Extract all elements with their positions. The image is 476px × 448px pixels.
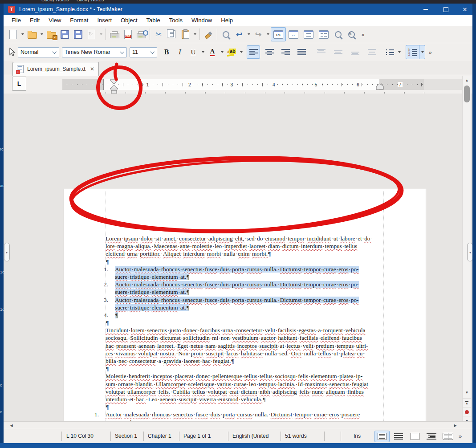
- menu-item-insert[interactable]: Insert: [93, 15, 116, 26]
- menu-item-help[interactable]: Help: [216, 15, 237, 26]
- align-center-icon: [265, 49, 274, 56]
- scroll-right-icon[interactable]: ▶: [451, 422, 460, 429]
- outline-view-button[interactable]: [424, 431, 439, 442]
- toolbar-overflow-button[interactable]: »: [358, 28, 368, 41]
- highlight-dropdown[interactable]: [238, 45, 244, 59]
- scroll-down-icon[interactable]: ▼: [463, 389, 471, 396]
- underline-button[interactable]: U: [187, 45, 200, 59]
- numbered-list-button[interactable]: [406, 45, 419, 59]
- menu-item-file[interactable]: File: [7, 15, 25, 26]
- menu-item-object[interactable]: Object: [116, 15, 142, 26]
- one-page-button[interactable]: [301, 28, 316, 41]
- bullet-list-button[interactable]: [383, 45, 396, 59]
- left-panel-handle[interactable]: ▸: [4, 243, 10, 261]
- paragraph-style-select[interactable]: Normal: [18, 47, 59, 57]
- book-view-button[interactable]: [440, 431, 456, 442]
- chevron-down-icon: [202, 51, 204, 53]
- status-word-count[interactable]: 51 words: [285, 433, 307, 439]
- paste-dropdown[interactable]: [192, 28, 198, 41]
- cut-button[interactable]: ✂: [152, 28, 165, 41]
- ruler-inch-label: 4: [271, 82, 277, 87]
- minimize-icon: [423, 9, 428, 10]
- fullscreen-view-button[interactable]: [407, 431, 423, 442]
- right-panel-handle[interactable]: ◂: [467, 243, 472, 261]
- bullet-list-dropdown[interactable]: [396, 45, 402, 59]
- new-document-dropdown[interactable]: [20, 28, 25, 41]
- scroll-left-icon[interactable]: ◀: [7, 422, 16, 429]
- format-paintbrush-button[interactable]: [202, 28, 215, 41]
- status-language[interactable]: English (United: [232, 433, 269, 439]
- redo-dropdown[interactable]: [265, 28, 271, 41]
- list-item-line: 1.Auctor·malesuada·rhoncus·senectus·fusc…: [106, 411, 391, 418]
- print-preview-button[interactable]: [134, 28, 148, 41]
- paragraph-line: eleifend·urna·porttitor.·Aliquet·interdu…: [106, 250, 391, 257]
- menu-item-format[interactable]: Format: [65, 15, 93, 26]
- paste-button[interactable]: [179, 28, 192, 41]
- zoom-button[interactable]: [331, 28, 345, 41]
- save-all-button[interactable]: [71, 28, 85, 41]
- highlight-button[interactable]: ab: [225, 45, 238, 59]
- status-insert-mode[interactable]: Ins: [354, 433, 361, 439]
- export-pdf-button[interactable]: [121, 28, 134, 41]
- menu-item-tools[interactable]: Tools: [165, 15, 187, 26]
- bold-button[interactable]: B: [160, 45, 173, 59]
- status-page[interactable]: Page 1 of 1: [183, 433, 211, 439]
- redo-button[interactable]: ↪: [252, 28, 265, 41]
- menu-item-edit[interactable]: Edit: [25, 15, 44, 26]
- document-tab[interactable]: Lorem_ipsum_Sample.d... ✕: [12, 62, 99, 76]
- underline-dropdown[interactable]: [200, 45, 206, 59]
- undo-dropdown[interactable]: [246, 28, 252, 41]
- zoom-100-button[interactable]: 1:1: [271, 27, 286, 41]
- minimize-button[interactable]: [418, 4, 433, 15]
- open-button[interactable]: [25, 28, 39, 41]
- close-button[interactable]: ✕: [457, 4, 472, 15]
- chevron-down-icon: [398, 51, 401, 53]
- new-document-button[interactable]: [6, 28, 20, 41]
- empty-paragraph: ¶: [106, 403, 391, 411]
- underline-icon: U: [191, 49, 196, 56]
- open-dropdown[interactable]: [39, 28, 45, 41]
- tab-close-icon[interactable]: ✕: [90, 66, 94, 72]
- font-color-button[interactable]: A: [206, 45, 219, 59]
- align-justify-button[interactable]: [295, 45, 308, 59]
- italic-button[interactable]: I: [173, 45, 187, 59]
- menu-item-window[interactable]: Window: [187, 15, 216, 26]
- undo-button[interactable]: ↩: [232, 28, 246, 41]
- continuous-view-button[interactable]: [391, 431, 406, 442]
- page-view-button[interactable]: [374, 431, 390, 442]
- horizontal-scrollbar[interactable]: ◀ ▶: [4, 421, 472, 429]
- fit-width-button[interactable]: ↔: [286, 28, 301, 41]
- font-color-dropdown[interactable]: [219, 45, 225, 59]
- scroll-up-icon[interactable]: ▲: [463, 77, 471, 84]
- tab-stop-type-button[interactable]: L: [12, 77, 26, 91]
- format-toolbar-overflow-button[interactable]: »: [425, 45, 435, 59]
- menu-item-table[interactable]: Table: [142, 15, 165, 26]
- close-file-button[interactable]: [45, 28, 58, 41]
- status-section[interactable]: Section 1: [115, 433, 137, 439]
- menu-item-view[interactable]: View: [44, 15, 65, 26]
- search-button[interactable]: [219, 28, 232, 41]
- align-center-button[interactable]: [263, 45, 276, 59]
- list-number: 1.: [94, 411, 104, 418]
- object-mode-button[interactable]: [6, 45, 18, 59]
- copy-icon: [169, 30, 175, 38]
- browse-select-button[interactable]: [463, 407, 471, 416]
- scrollbar-thumb[interactable]: [464, 86, 470, 102]
- align-right-button[interactable]: [279, 45, 292, 59]
- two-pages-button[interactable]: [316, 28, 331, 41]
- right-margin-marker[interactable]: [376, 83, 384, 90]
- save-button[interactable]: [58, 28, 71, 41]
- font-name-select[interactable]: Times New Romar: [62, 47, 127, 57]
- print-button[interactable]: [108, 28, 121, 41]
- status-chapter[interactable]: Chapter 1: [148, 433, 171, 439]
- status-line-col[interactable]: L 10 Col 30: [66, 433, 94, 439]
- status-overflow-button[interactable]: »: [459, 433, 462, 440]
- copy-button[interactable]: [165, 28, 179, 41]
- browse-previous-button[interactable]: ▲: [463, 398, 471, 407]
- font-size-select[interactable]: 11: [130, 47, 157, 57]
- align-left-button[interactable]: [247, 45, 260, 59]
- maximize-button[interactable]: [438, 4, 453, 15]
- zoom-level-button[interactable]: %: [345, 28, 358, 41]
- document-text[interactable]: Lorem·ipsum·dolor·sit·amet,·consectetur·…: [106, 235, 391, 443]
- numbered-list-dropdown[interactable]: [419, 45, 425, 59]
